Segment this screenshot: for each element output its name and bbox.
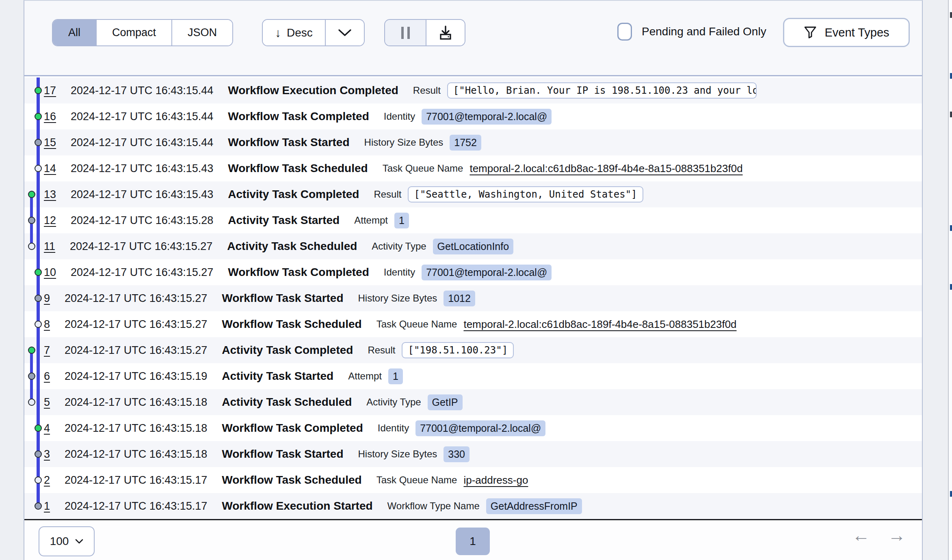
- event-types-label: Event Types: [824, 26, 889, 39]
- tab-all[interactable]: All: [53, 20, 96, 45]
- event-status-dot-started: [28, 217, 35, 224]
- event-timestamp: 2024-12-17 UTC 16:43:15.18: [65, 396, 207, 409]
- sort-order-split-button: ↓ Desc: [262, 19, 365, 46]
- event-status-dot-started: [28, 373, 35, 380]
- current-page-button[interactable]: 1: [456, 528, 490, 555]
- pause-button[interactable]: [385, 20, 426, 45]
- event-detail-label: Task Queue Name: [383, 163, 463, 174]
- event-timestamp: 2024-12-17 UTC 16:43:15.17: [65, 500, 207, 513]
- pending-failed-checkbox[interactable]: [617, 23, 632, 41]
- next-page-arrow[interactable]: →: [888, 525, 906, 545]
- tab-json[interactable]: JSON: [171, 20, 232, 45]
- arrow-down-icon: ↓: [275, 26, 281, 40]
- event-value-badge: GetAddressFromIP: [486, 498, 582, 514]
- event-id-link[interactable]: 16: [44, 110, 56, 123]
- event-id-link[interactable]: 14: [44, 162, 56, 175]
- event-value-link[interactable]: temporal-2.local:c61db8ac-189f-4b4e-8a15…: [463, 318, 736, 331]
- event-detail: Attempt1: [354, 213, 409, 228]
- event-status-dot-completed: [35, 424, 42, 432]
- event-row: 22024-12-17 UTC 16:43:15.17Workflow Task…: [24, 467, 922, 493]
- event-value-code: ["198.51.100.23"]: [402, 342, 514, 358]
- event-detail: History Size Bytes1012: [358, 291, 475, 306]
- event-value-badge: GetLocationInfo: [433, 239, 514, 254]
- event-value-badge: 330: [444, 446, 470, 462]
- event-timestamp: 2024-12-17 UTC 16:43:15.44: [71, 84, 213, 97]
- event-detail: Identity77001@temporal-2.local@: [384, 265, 552, 280]
- event-timestamp: 2024-12-17 UTC 16:43:15.18: [65, 448, 207, 461]
- event-detail-label: History Size Bytes: [358, 293, 437, 304]
- page-size-select[interactable]: 100: [39, 526, 95, 556]
- event-detail: Activity TypeGetIP: [366, 394, 462, 410]
- event-row: 112024-12-17 UTC 16:43:15.27Activity Tas…: [24, 233, 922, 259]
- event-detail-label: Task Queue Name: [376, 474, 457, 486]
- event-row: 12024-12-17 UTC 16:43:15.17Workflow Exec…: [24, 493, 922, 519]
- event-id-link[interactable]: 12: [44, 214, 56, 227]
- event-detail-label: Result: [413, 85, 441, 96]
- event-row: 122024-12-17 UTC 16:43:15.28Activity Tas…: [24, 207, 922, 233]
- event-value-badge: 1752: [450, 135, 481, 151]
- event-detail-label: Task Queue Name: [376, 319, 457, 330]
- event-status-dot-scheduled: [28, 398, 35, 406]
- event-row: 82024-12-17 UTC 16:43:15.27Workflow Task…: [24, 311, 922, 337]
- event-name: Workflow Task Started: [222, 292, 343, 305]
- event-detail: Result["Hello, Brian. Your IP is 198.51.…: [413, 82, 757, 99]
- event-status-dot-started: [35, 139, 42, 146]
- event-value-badge: 77001@temporal-2.local@: [422, 265, 552, 280]
- event-id-link[interactable]: 6: [44, 370, 50, 383]
- event-id-link[interactable]: 4: [44, 422, 50, 435]
- event-value-badge: 1: [388, 368, 403, 384]
- event-detail-label: Activity Type: [366, 396, 421, 408]
- pagination-footer: 100 1 ← →: [24, 520, 922, 560]
- previous-page-arrow[interactable]: ←: [852, 525, 870, 545]
- event-id-link[interactable]: 7: [44, 344, 50, 357]
- event-id-link[interactable]: 5: [44, 396, 50, 409]
- event-id-link[interactable]: 1: [44, 500, 50, 513]
- pending-failed-label[interactable]: Pending and Failed Only: [642, 25, 766, 38]
- filter-funnel-icon: [803, 26, 817, 39]
- sort-options-dropdown-button[interactable]: [325, 20, 364, 45]
- chevron-down-icon: [338, 29, 352, 37]
- event-id-link[interactable]: 3: [44, 448, 50, 461]
- tab-compact[interactable]: Compact: [96, 20, 171, 45]
- event-detail-label: Activity Type: [372, 241, 426, 252]
- event-timestamp: 2024-12-17 UTC 16:43:15.27: [65, 292, 207, 305]
- sort-order-label: Desc: [287, 26, 313, 39]
- event-detail: Result["Seattle, Washington, United Stat…: [374, 186, 643, 202]
- event-detail-label: History Size Bytes: [358, 448, 437, 460]
- event-id-link[interactable]: 2: [44, 474, 50, 487]
- event-id-link[interactable]: 17: [44, 84, 56, 97]
- event-value-code: ["Hello, Brian. Your IP is 198.51.100.23…: [447, 82, 757, 99]
- event-id-link[interactable]: 8: [44, 318, 50, 331]
- event-value-badge: GetIP: [428, 394, 463, 410]
- event-id-link[interactable]: 10: [44, 266, 56, 279]
- event-value-link[interactable]: ip-address-go: [463, 474, 528, 487]
- event-detail: Activity TypeGetLocationInfo: [372, 239, 513, 254]
- event-status-dot-completed: [35, 87, 42, 94]
- event-list: 172024-12-17 UTC 16:43:15.44Workflow Exe…: [24, 78, 922, 519]
- event-value-badge: 1012: [444, 291, 475, 306]
- sort-desc-button[interactable]: ↓ Desc: [263, 20, 325, 45]
- event-detail: Workflow Type NameGetAddressFromIP: [387, 498, 582, 514]
- page-size-value: 100: [50, 535, 69, 548]
- event-status-dot-started: [35, 502, 42, 510]
- event-detail-label: Result: [374, 189, 401, 200]
- event-history-toolbar: All Compact JSON ↓ Desc: [24, 1, 922, 76]
- event-status-dot-started: [35, 450, 42, 458]
- event-detail-label: Identity: [384, 111, 415, 122]
- event-id-link[interactable]: 9: [44, 292, 50, 305]
- event-timestamp: 2024-12-17 UTC 16:43:15.19: [65, 370, 207, 383]
- event-types-button[interactable]: Event Types: [783, 18, 910, 47]
- pause-download-split-button: [384, 19, 465, 46]
- event-id-link[interactable]: 15: [44, 136, 56, 149]
- event-row: 162024-12-17 UTC 16:43:15.44Workflow Tas…: [24, 103, 922, 129]
- event-id-link[interactable]: 13: [44, 188, 56, 201]
- event-value-link[interactable]: temporal-2.local:c61db8ac-189f-4b4e-8a15…: [470, 162, 742, 175]
- event-status-dot-scheduled: [28, 243, 35, 250]
- event-detail: Identity77001@temporal-2.local@: [384, 109, 552, 125]
- event-id-link[interactable]: 11: [44, 240, 55, 253]
- download-button[interactable]: [426, 20, 465, 45]
- event-name: Activity Task Started: [228, 214, 340, 227]
- event-timestamp: 2024-12-17 UTC 16:43:15.28: [71, 214, 213, 227]
- event-row: 142024-12-17 UTC 16:43:15.43Workflow Tas…: [24, 155, 922, 181]
- cropped-content-sliver: [948, 0, 952, 560]
